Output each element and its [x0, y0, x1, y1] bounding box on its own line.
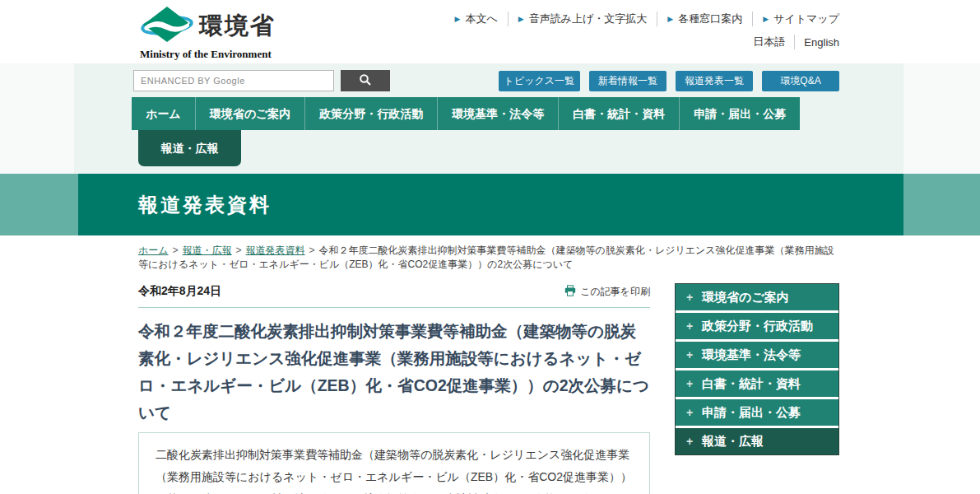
moe-logo[interactable]: 環境省 Ministry of the Environment [140, 6, 276, 61]
new-info-list-button[interactable]: 新着情報一覧 [589, 71, 666, 91]
breadcrumb-separator: > [173, 245, 179, 256]
link-contact-desk[interactable]: ▶各種窓口案内 [657, 12, 753, 26]
nav-standards-laws[interactable]: 環境基準・法令等 [437, 97, 558, 130]
environment-qa-button[interactable]: 環境Q&A [762, 71, 839, 91]
side-menu-policy[interactable]: +政策分野・行政活動 [676, 313, 838, 339]
side-menu-label: 白書・統計・資料 [702, 376, 801, 392]
triangle-icon: ▶ [667, 15, 673, 23]
lang-english[interactable]: English [795, 36, 839, 49]
plus-icon: + [686, 319, 694, 333]
side-menu-about-moe[interactable]: +環境省のご案内 [676, 284, 838, 310]
divider [138, 307, 650, 308]
utility-link-label: 各種窓口案内 [678, 12, 742, 26]
nav-press-pr[interactable]: 報道・広報 [138, 130, 241, 166]
side-menu-press-pr[interactable]: +報道・広報 [676, 428, 838, 454]
article-date: 令和2年8月24日 [138, 284, 221, 299]
link-to-main-content[interactable]: ▶本文へ [445, 12, 509, 26]
content-columns: 令和2年8月24日 この記事を印刷 令和２年度二酸化炭素排出抑制対 [138, 283, 839, 494]
triangle-icon: ▶ [455, 15, 461, 23]
plus-icon: + [686, 406, 694, 419]
search-icon [359, 73, 372, 89]
side-menu-applications[interactable]: +申請・届出・公募 [676, 399, 838, 426]
site-header: 環境省 Ministry of the Environment ▶本文へ ▶音声… [0, 0, 980, 63]
utility-link-label: 本文へ [465, 12, 497, 26]
breadcrumb-separator: > [309, 245, 315, 256]
article-summary-text: 二酸化炭素排出抑制対策事業費等補助金（建築物等の脱炭素化・レジリエンス強化促進事… [156, 448, 632, 494]
search-button[interactable] [341, 70, 390, 91]
page-title-band-center: 報道発表資料 [78, 174, 903, 235]
plus-icon: + [686, 377, 694, 390]
breadcrumb-press-pr[interactable]: 報道・広報 [183, 245, 232, 256]
press-release-list-button[interactable]: 報道発表一覧 [676, 71, 753, 91]
side-menu-label: 報道・広報 [702, 434, 764, 450]
breadcrumb-press-release[interactable]: 報道発表資料 [246, 245, 305, 256]
article-title: 令和２年度二酸化炭素排出抑制対策事業費等補助金（建築物等の脱炭素化・レジリエンス… [138, 318, 650, 426]
link-speech-textsize[interactable]: ▶音声読み上げ・文字拡大 [509, 12, 658, 26]
search-input[interactable] [133, 70, 334, 91]
topics-list-button[interactable]: トピックス一覧 [499, 71, 580, 91]
side-menu-label: 申請・届出・公募 [702, 405, 801, 421]
moe-logo-icon [140, 6, 194, 47]
side-menu-label: 環境基準・法令等 [702, 347, 801, 363]
language-switch: 日本語 English [753, 35, 839, 49]
triangle-icon: ▶ [518, 15, 524, 23]
printer-icon [564, 285, 576, 299]
side-menu-whitepaper-stats[interactable]: +白書・統計・資料 [676, 370, 838, 397]
utility-link-label: サイトマップ [773, 12, 839, 26]
nav-policy[interactable]: 政策分野・行政活動 [304, 97, 437, 130]
page-title-band: 報道発表資料 [0, 174, 980, 235]
triangle-icon: ▶ [763, 15, 769, 23]
header-band: トピックス一覧 新着情報一覧 報道発表一覧 環境Q&A ホーム 環境省のご案内 … [0, 63, 980, 174]
side-menu: +環境省のご案内 +政策分野・行政活動 +環境基準・法令等 +白書・統計・資料 … [675, 283, 839, 455]
lang-japanese[interactable]: 日本語 [753, 35, 795, 49]
article-column: 令和2年8月24日 この記事を印刷 令和２年度二酸化炭素排出抑制対 [138, 283, 650, 494]
side-menu-standards-laws[interactable]: +環境基準・法令等 [676, 342, 838, 368]
plus-icon: + [686, 348, 694, 361]
breadcrumb-home[interactable]: ホーム [138, 245, 169, 256]
nav-whitepaper-stats[interactable]: 白書・統計・資料 [558, 97, 679, 130]
print-article-link[interactable]: この記事を印刷 [564, 285, 650, 299]
nav-home[interactable]: ホーム [132, 97, 195, 130]
plus-icon: + [686, 291, 694, 304]
breadcrumb: ホーム>報道・広報>報道発表資料>令和２年度二酸化炭素排出抑制対策事業費等補助金… [138, 244, 836, 272]
breadcrumb-separator: > [236, 245, 242, 256]
article-summary-box: 二酸化炭素排出抑制対策事業費等補助金（建築物等の脱炭素化・レジリエンス強化促進事… [138, 432, 650, 494]
search-bar [133, 70, 390, 91]
page-title: 報道発表資料 [78, 174, 903, 235]
logo-subtitle: Ministry of the Environment [140, 48, 276, 61]
utility-links: ▶本文へ ▶音声読み上げ・文字拡大 ▶各種窓口案内 ▶サイトマップ [445, 12, 839, 26]
side-menu-label: 環境省のご案内 [702, 290, 789, 305]
content-area: ホーム>報道・広報>報道発表資料>令和２年度二酸化炭素排出抑制対策事業費等補助金… [0, 235, 980, 494]
main-navigation: ホーム 環境省のご案内 政策分野・行政活動 環境基準・法令等 白書・統計・資料 … [132, 97, 800, 130]
print-link-label: この記事を印刷 [580, 285, 650, 299]
side-menu-label: 政策分野・行政活動 [702, 319, 813, 334]
logo-row: 環境省 [140, 6, 276, 47]
quick-buttons: トピックス一覧 新着情報一覧 報道発表一覧 環境Q&A [499, 71, 839, 91]
plus-icon: + [686, 435, 694, 448]
page: 環境省 Ministry of the Environment ▶本文へ ▶音声… [0, 0, 980, 494]
utility-link-label: 音声読み上げ・文字拡大 [529, 12, 648, 26]
article-meta-row: 令和2年8月24日 この記事を印刷 [138, 283, 650, 300]
breadcrumb-current: 令和２年度二酸化炭素排出抑制対策事業費等補助金（建築物等の脱炭素化・レジリエンス… [138, 245, 834, 270]
link-sitemap[interactable]: ▶サイトマップ [753, 12, 839, 26]
nav-about-moe[interactable]: 環境省のご案内 [195, 97, 305, 130]
nav-applications[interactable]: 申請・届出・公募 [679, 97, 800, 130]
logo-title: 環境省 [199, 10, 276, 43]
